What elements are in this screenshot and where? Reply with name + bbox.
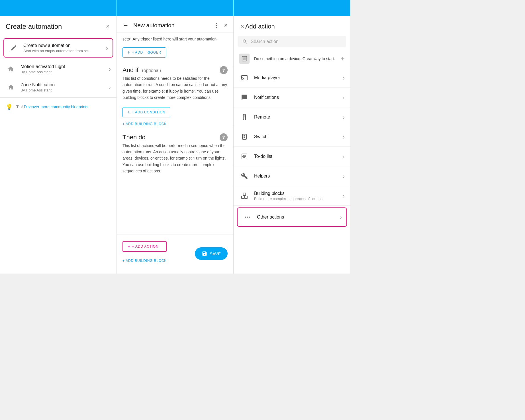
create-new-title: Create new automation xyxy=(23,43,106,48)
top-bar-middle xyxy=(117,0,233,16)
other-actions-icon xyxy=(242,212,252,222)
bottom-actions: + + ADD ACTION + ADD BUILDING BLOCK SAVE xyxy=(117,235,233,274)
media-player-item[interactable]: Media player › xyxy=(234,68,350,88)
then-do-section: Then do ? xyxy=(122,133,228,141)
zone-notification-title: Zone Notification xyxy=(21,82,109,87)
back-button[interactable]: ← xyxy=(121,21,130,30)
switch-chevron: › xyxy=(343,134,345,140)
new-automation-title: New automation xyxy=(133,22,213,29)
todo-list-item[interactable]: To-do list › xyxy=(234,147,350,166)
svg-rect-14 xyxy=(245,196,247,199)
remote-title: Remote xyxy=(254,115,343,120)
cast-icon xyxy=(241,74,248,81)
add-building-block-button-2[interactable]: + ADD BUILDING BLOCK xyxy=(122,257,167,264)
other-actions-item[interactable]: Other actions › xyxy=(237,207,347,227)
helpers-item[interactable]: Helpers › xyxy=(234,166,350,186)
device-square-icon xyxy=(241,56,248,62)
zone-notification-subtitle: By Home Assistant xyxy=(21,88,109,92)
building-blocks-chevron: › xyxy=(343,193,345,199)
close-button-middle[interactable]: × xyxy=(223,21,229,30)
svg-point-3 xyxy=(244,116,245,117)
chat-icon xyxy=(241,94,248,101)
switch-item[interactable]: Switch › xyxy=(234,127,350,147)
add-condition-button[interactable]: + + ADD CONDITION xyxy=(122,107,170,117)
notifications-title: Notifications xyxy=(254,95,343,100)
create-new-automation-item[interactable]: Create new automation Start with an empt… xyxy=(3,38,113,58)
other-actions-text: Other actions xyxy=(257,215,340,220)
close-button-left[interactable]: × xyxy=(105,22,111,31)
add-action-button[interactable]: + + ADD ACTION xyxy=(122,241,167,252)
helpers-title: Helpers xyxy=(254,174,343,179)
svg-rect-4 xyxy=(244,117,245,117)
search-bar[interactable] xyxy=(238,36,346,47)
todo-icon xyxy=(241,153,248,160)
switch-text: Switch xyxy=(254,134,343,139)
top-bar-left xyxy=(0,0,117,16)
notifications-item[interactable]: Notifications › xyxy=(234,88,350,107)
blueprints-link[interactable]: Discover more community blueprints xyxy=(24,105,88,109)
device-action-text: Do something on a device. Great way to s… xyxy=(254,56,341,61)
create-automation-title: Create automation xyxy=(6,23,62,30)
add-action-title: Add action xyxy=(245,23,345,30)
zone-notification-chevron: › xyxy=(109,84,111,91)
left-panel: Create automation × Create new automatio… xyxy=(0,0,117,274)
other-actions-title: Other actions xyxy=(257,215,340,220)
remote-item[interactable]: Remote › xyxy=(234,107,350,127)
edit-icon xyxy=(10,44,17,51)
create-new-chevron: › xyxy=(106,45,108,51)
notifications-icon xyxy=(239,92,250,103)
device-icon xyxy=(239,54,250,64)
close-button-right[interactable]: × xyxy=(239,22,245,31)
zone-notification-text: Zone Notification By Home Assistant xyxy=(21,82,109,92)
then-do-title: Then do xyxy=(122,134,146,141)
switch-device-icon xyxy=(241,133,248,140)
switch-icon xyxy=(239,132,250,142)
device-action-item[interactable]: Do something on a device. Great way to s… xyxy=(234,50,350,68)
action-list: Do something on a device. Great way to s… xyxy=(234,50,350,274)
add-building-block-button-1[interactable]: + ADD BUILDING BLOCK xyxy=(122,120,167,128)
intro-text: sets'. Any trigger listed here will star… xyxy=(122,33,228,44)
todo-list-title: To-do list xyxy=(254,154,343,159)
notifications-text: Notifications xyxy=(254,95,343,100)
motion-light-item[interactable]: Motion-activated Light By Home Assistant… xyxy=(0,60,117,78)
building-blocks-icon xyxy=(239,191,250,201)
motion-light-subtitle: By Home Assistant xyxy=(21,70,109,74)
blocks-icon xyxy=(241,192,248,199)
notifications-chevron: › xyxy=(343,94,345,101)
add-trigger-button[interactable]: + + ADD TRIGGER xyxy=(122,47,166,58)
media-player-title: Media player xyxy=(254,75,343,80)
create-new-subtitle: Start with an empty automation from sc..… xyxy=(23,49,106,53)
svg-rect-13 xyxy=(242,196,244,199)
save-icon xyxy=(202,251,207,256)
media-player-chevron: › xyxy=(343,75,345,81)
and-if-help-icon[interactable]: ? xyxy=(220,66,228,74)
todo-list-text: To-do list xyxy=(254,154,343,159)
remote-text: Remote xyxy=(254,115,343,120)
svg-point-18 xyxy=(249,217,250,218)
svg-rect-7 xyxy=(244,135,245,136)
motion-light-title: Motion-activated Light xyxy=(21,64,109,69)
more-options-button[interactable]: ⋮ xyxy=(213,21,220,30)
motion-light-icon-wrap xyxy=(6,64,16,74)
search-input[interactable] xyxy=(251,39,342,44)
building-blocks-title: Building blocks xyxy=(254,191,343,196)
wrench-icon xyxy=(241,173,248,180)
save-button[interactable]: SAVE xyxy=(195,247,228,260)
middle-content: sets'. Any trigger listed here will star… xyxy=(117,33,233,235)
then-do-help-icon[interactable]: ? xyxy=(220,133,228,141)
svg-point-17 xyxy=(247,217,248,218)
svg-rect-8 xyxy=(244,137,245,138)
media-player-icon xyxy=(239,73,250,83)
svg-point-16 xyxy=(245,217,246,218)
media-player-text: Media player xyxy=(254,75,343,80)
svg-rect-6 xyxy=(242,134,246,139)
middle-header: ← New automation ⋮ × xyxy=(117,16,233,33)
left-panel-header: Create automation × xyxy=(0,16,117,36)
right-panel: × Add action Do something on a device. G… xyxy=(234,0,350,274)
add-device-action-button[interactable]: + xyxy=(341,55,345,63)
helpers-chevron: › xyxy=(343,173,345,180)
zone-notification-item[interactable]: Zone Notification By Home Assistant › xyxy=(0,78,117,96)
building-blocks-item[interactable]: Building blocks Build more complex seque… xyxy=(234,186,350,206)
then-do-desc: This list of actions will be performed i… xyxy=(122,142,228,174)
helpers-text: Helpers xyxy=(254,174,343,179)
